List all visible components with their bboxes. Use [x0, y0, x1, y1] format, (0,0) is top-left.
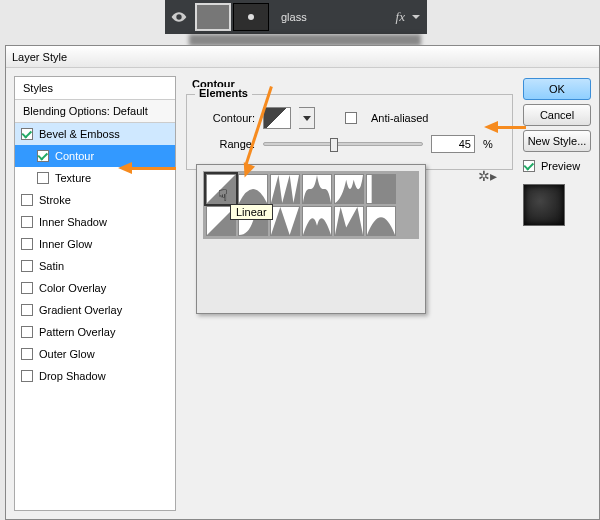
style-item-label: Texture: [55, 172, 175, 184]
cancel-button[interactable]: Cancel: [523, 104, 591, 126]
contour-preset[interactable]: [270, 174, 300, 204]
contour-dropdown-button[interactable]: [299, 107, 315, 129]
style-item-outer-glow[interactable]: Outer Glow: [15, 343, 175, 365]
ok-button[interactable]: OK: [523, 78, 591, 100]
style-item-label: Pattern Overlay: [39, 326, 175, 338]
style-checkbox[interactable]: [21, 282, 33, 294]
layer-style-dialog: Layer Style Styles Blending Options: Def…: [5, 45, 600, 520]
preview-swatch: [523, 184, 565, 226]
style-checkbox[interactable]: [21, 260, 33, 272]
style-item-label: Bevel & Emboss: [39, 128, 175, 140]
style-checkbox[interactable]: [21, 194, 33, 206]
style-checkbox[interactable]: [21, 216, 33, 228]
style-item-pattern-overlay[interactable]: Pattern Overlay: [15, 321, 175, 343]
style-item-label: Inner Shadow: [39, 216, 175, 228]
layers-panel-row: glass fx: [165, 0, 427, 34]
cursor-icon: ☟: [218, 186, 228, 205]
style-checkbox[interactable]: [21, 326, 33, 338]
elements-group: Elements Contour: Anti-aliased Range: %: [186, 94, 513, 170]
contour-preset[interactable]: [334, 174, 364, 204]
style-item-bevel-emboss[interactable]: Bevel & Emboss: [15, 123, 175, 145]
range-label: Range:: [197, 138, 255, 150]
contour-preset[interactable]: [334, 206, 364, 236]
style-item-label: Color Overlay: [39, 282, 175, 294]
style-item-label: Inner Glow: [39, 238, 175, 250]
chevron-down-icon[interactable]: [411, 12, 421, 22]
gear-icon[interactable]: ✲▸: [478, 168, 497, 184]
styles-header[interactable]: Styles: [15, 77, 175, 100]
contour-preset[interactable]: [302, 174, 332, 204]
contour-preset[interactable]: [238, 174, 268, 204]
style-checkbox[interactable]: [21, 128, 33, 140]
slider-thumb[interactable]: [330, 138, 338, 152]
contour-preset-picker: [196, 164, 426, 314]
style-item-satin[interactable]: Satin: [15, 255, 175, 277]
style-item-label: Stroke: [39, 194, 175, 206]
contour-preset[interactable]: [366, 206, 396, 236]
style-item-label: Contour: [55, 150, 175, 162]
style-item-label: Outer Glow: [39, 348, 175, 360]
style-item-label: Satin: [39, 260, 175, 272]
layer-mask-thumbnail[interactable]: [233, 3, 269, 31]
anti-aliased-checkbox[interactable]: [345, 112, 357, 124]
style-item-inner-glow[interactable]: Inner Glow: [15, 233, 175, 255]
style-checkbox[interactable]: [37, 172, 49, 184]
contour-preset[interactable]: [366, 174, 396, 204]
blending-options-item[interactable]: Blending Options: Default: [15, 100, 175, 123]
style-checkbox[interactable]: [21, 238, 33, 250]
preview-checkbox[interactable]: [523, 160, 535, 172]
style-item-texture[interactable]: Texture: [15, 167, 175, 189]
contour-swatch[interactable]: [263, 107, 291, 129]
style-checkbox[interactable]: [21, 304, 33, 316]
preview-label[interactable]: Preview: [541, 160, 580, 172]
style-item-color-overlay[interactable]: Color Overlay: [15, 277, 175, 299]
style-item-contour[interactable]: Contour: [15, 145, 175, 167]
percent-label: %: [483, 138, 493, 150]
range-slider[interactable]: [263, 142, 423, 146]
style-item-label: Gradient Overlay: [39, 304, 175, 316]
range-input[interactable]: [431, 135, 475, 153]
layer-name[interactable]: glass: [281, 11, 396, 23]
preset-tooltip: Linear: [230, 204, 273, 220]
anti-aliased-label[interactable]: Anti-aliased: [371, 112, 428, 124]
visibility-eye-icon[interactable]: [171, 9, 187, 25]
contour-label: Contour:: [197, 112, 255, 124]
fx-indicator[interactable]: fx: [396, 9, 405, 25]
style-checkbox[interactable]: [21, 348, 33, 360]
contour-preset[interactable]: [302, 206, 332, 236]
style-checkbox[interactable]: [21, 370, 33, 382]
style-item-label: Drop Shadow: [39, 370, 175, 382]
dialog-buttons: OK Cancel New Style... Preview: [523, 76, 591, 511]
style-item-inner-shadow[interactable]: Inner Shadow: [15, 211, 175, 233]
elements-legend: Elements: [195, 87, 252, 99]
style-item-drop-shadow[interactable]: Drop Shadow: [15, 365, 175, 387]
style-checkbox[interactable]: [37, 150, 49, 162]
new-style-button[interactable]: New Style...: [523, 130, 591, 152]
style-item-stroke[interactable]: Stroke: [15, 189, 175, 211]
contour-preset[interactable]: [270, 206, 300, 236]
layer-thumbnail[interactable]: [195, 3, 231, 31]
dialog-title: Layer Style: [6, 46, 599, 68]
styles-list: Styles Blending Options: Default Bevel &…: [14, 76, 176, 511]
style-item-gradient-overlay[interactable]: Gradient Overlay: [15, 299, 175, 321]
contour-settings-panel: Contour Elements Contour: Anti-aliased R…: [186, 76, 513, 511]
